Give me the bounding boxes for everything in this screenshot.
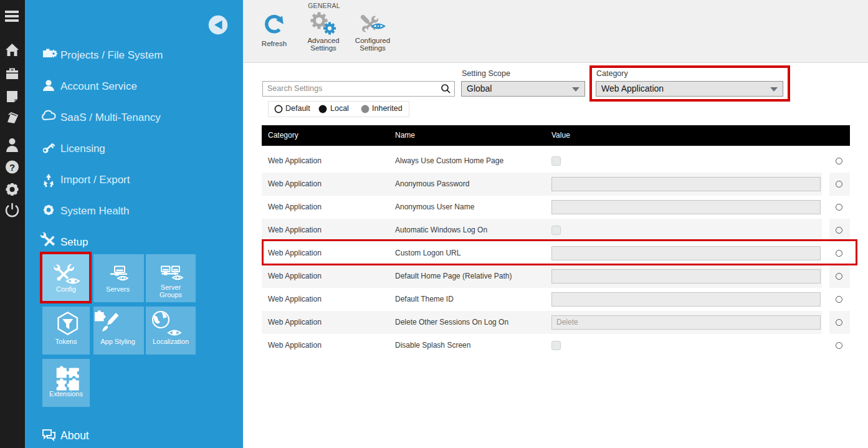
svg-text:?: ? — [9, 162, 15, 173]
